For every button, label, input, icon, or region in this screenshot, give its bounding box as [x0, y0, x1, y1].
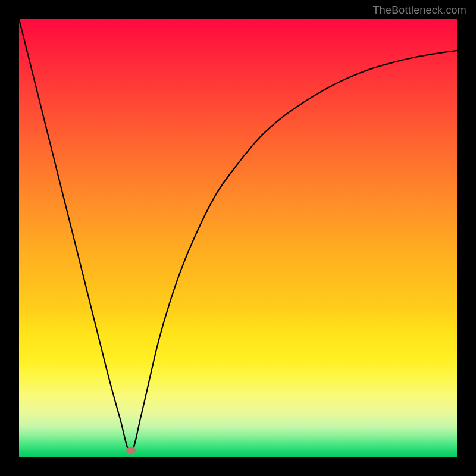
chart-frame: TheBottleneck.com [0, 0, 476, 476]
watermark-text: TheBottleneck.com [373, 4, 466, 17]
bottleneck-curve [19, 19, 457, 457]
plot-area [19, 19, 457, 457]
optimal-point-marker [126, 447, 136, 454]
